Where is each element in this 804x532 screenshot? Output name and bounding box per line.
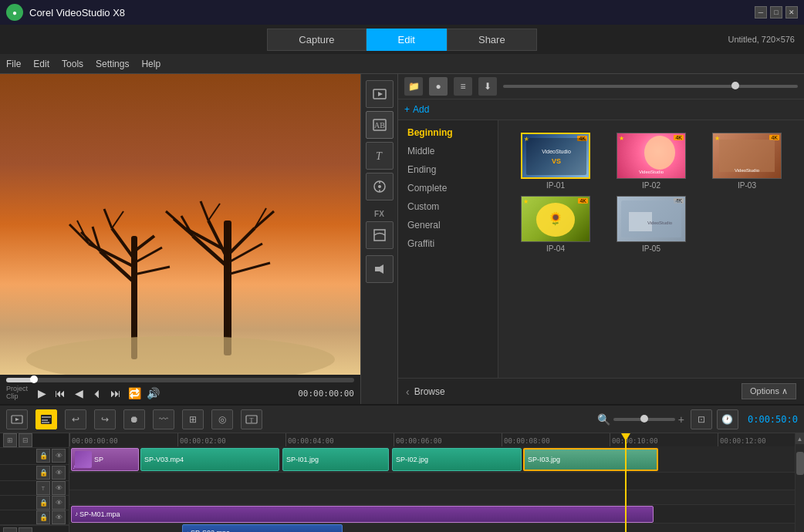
clip-sp[interactable]: SP [71,448,139,471]
fx-motion-btn[interactable] [366,173,394,200]
scroll-thumb-vertical[interactable] [796,452,804,475]
tl-title-btn[interactable]: T [241,409,262,429]
tl-redo-btn[interactable]: ↪ [94,409,116,429]
timeline-zoom: 🔍 + ⊡ 🕐 0:00:50:0 [597,409,798,429]
tl-video-btn[interactable] [6,409,28,429]
scroll-track-vertical[interactable] [796,444,804,532]
clip-sp-i02[interactable]: SP-I02.jpg [392,448,522,471]
cat-general[interactable]: General [398,216,498,234]
category-icon[interactable]: ● [429,77,448,96]
thumbnail-ip04[interactable]: ★ 4K 🌻 IP-04 [511,196,600,253]
tl-music-eye-icon[interactable]: 👁 [52,510,66,524]
menu-help[interactable]: Help [141,59,160,69]
menu-edit[interactable]: Edit [33,59,49,69]
thumb-img-ip03: ★ 4K VideoStudio [712,133,782,179]
volume-button[interactable]: 🔊 [145,387,160,399]
thumbnail-ip02[interactable]: ★ 4K VideoStudio IP-02 [606,133,696,190]
tab-edit[interactable]: Edit [367,29,447,51]
zoom-in-icon[interactable]: + [678,413,684,426]
repeat-button[interactable]: 🔁 [127,387,142,399]
menu-file[interactable]: File [6,59,21,69]
tl-voice-lock-icon[interactable]: 🔒 [36,496,50,510]
tl-overlay-lock-icon[interactable]: 🔒 [36,466,50,480]
browse-button[interactable]: Browse [414,386,445,397]
tl-arrow-down[interactable]: ▼ [19,527,32,532]
tl-extra-btn[interactable]: ◎ [211,409,233,429]
fx-text-btn[interactable]: T [366,142,394,170]
tl-eye-icon[interactable]: 👁 [52,449,66,463]
folder-icon[interactable]: 📁 [404,77,423,96]
tl-title-eye-icon[interactable]: 👁 [52,481,66,495]
clip-sp-i01[interactable]: SP-I01.jpg [282,448,389,471]
fx-record-btn[interactable] [366,255,394,283]
cat-beginning[interactable]: Beginning [398,123,498,142]
tl-timeline-btn[interactable] [35,409,57,429]
svg-text:VideoStudio: VideoStudio [735,168,760,173]
tab-share[interactable]: Share [447,29,537,51]
ruler-mark-0: 00:00:00:00 [69,433,177,446]
timeline-main: ⊞ ⊟ 🔒 👁 🔒 👁 T 👁 🔒 👁 🔒 👁 [0,433,804,532]
clip-sp-s02[interactable]: ♪SP-S02.mpa [182,524,343,532]
browse-prev-icon[interactable]: ‹ [406,386,410,398]
tl-title-icon[interactable]: T [36,481,50,495]
fx-title-btn[interactable]: AB [366,111,394,139]
cat-complete[interactable]: Complete [398,179,498,197]
clock-btn[interactable]: 🕐 [717,409,738,429]
tl-voice-eye-icon[interactable]: 👁 [52,496,66,510]
timeline-ruler: 00:00:00:00 00:00:02:00 00:00:04:00 00:0… [69,433,795,446]
svg-text:VS: VS [552,157,561,165]
tl-clip-btn[interactable]: ⊞ [182,409,204,429]
scroll-up-arrow[interactable]: ▲ [796,433,804,444]
cat-custom[interactable]: Custom [398,197,498,216]
tl-audio-btn[interactable]: 〰 [153,409,174,429]
close-button[interactable]: ✕ [785,6,798,19]
zoom-fit-btn[interactable]: ⊡ [691,409,712,429]
cat-middle[interactable]: Middle [398,142,498,160]
menu-tools[interactable]: Tools [62,59,83,69]
music-track: ♪SP-S02.mpa [69,524,795,532]
rewind-button[interactable]: ◀ [71,387,86,399]
tl-side-icon-1[interactable]: ⊞ [3,433,17,447]
tl-side-video: 🔒 👁 [0,448,69,465]
tl-overlay-eye-icon[interactable]: 👁 [52,466,66,480]
svg-line-25 [201,201,208,221]
clip-sp-i03[interactable]: SP-I03.jpg [523,448,658,471]
tl-side-icon-2[interactable]: ⊟ [19,433,32,447]
tl-record-btn[interactable]: ⏺ [123,409,145,429]
next-frame-button[interactable]: ⏭ [108,387,123,399]
add-button[interactable]: + Add [404,104,429,115]
clip-sp-v03[interactable]: SP-V03.mp4 [140,448,279,471]
maximize-button[interactable]: □ [770,6,782,19]
step-back-button[interactable]: ⏴ [90,387,105,399]
svg-rect-52 [42,416,51,418]
thumbnail-ip01[interactable]: ★ 4K VideoStudio VS IP-01 [511,133,600,190]
svg-line-19 [228,263,270,274]
fx-video-btn[interactable] [366,80,394,108]
zoom-slider[interactable] [613,418,675,421]
sort-icon[interactable]: ≡ [454,77,472,96]
tab-capture[interactable]: Capture [267,29,366,51]
thumbnail-ip05[interactable]: 4K VideoStudio IP-05 [606,196,696,253]
fx-effects-btn[interactable] [366,221,394,249]
timeline-area: ↩ ↪ ⏺ 〰 ⊞ ◎ T 🔍 + ⊡ 🕐 0:00:50:0 ⊞ ⊟ � [0,404,804,532]
tl-arrow-up[interactable]: ▲ [3,527,17,532]
thumbnail-ip03[interactable]: ★ 4K VideoStudio IP-03 [702,133,792,190]
size-slider[interactable] [503,85,798,88]
cat-ending[interactable]: Ending [398,160,498,179]
minimize-button[interactable]: ─ [755,6,767,19]
options-button[interactable]: Options ∧ [742,383,796,399]
menu-settings[interactable]: Settings [96,59,129,69]
zoom-out-icon[interactable]: 🔍 [597,413,610,426]
tl-lock-icon[interactable]: 🔒 [36,449,50,463]
tl-undo-btn[interactable]: ↩ [65,409,86,429]
prev-frame-button[interactable]: ⏮ [52,387,68,399]
tl-music-lock-icon[interactable]: 🔒 [36,510,50,524]
progress-bar[interactable] [6,378,354,382]
timeline-toolbar: ↩ ↪ ⏺ 〰 ⊞ ◎ T 🔍 + ⊡ 🕐 0:00:50:0 [0,406,804,433]
svg-line-12 [112,211,123,228]
download-icon[interactable]: ⬇ [478,77,497,96]
thumbnails-grid: ★ 4K VideoStudio VS IP-01 [505,126,798,259]
cat-graffiti[interactable]: Graffiti [398,234,498,253]
play-button[interactable]: ▶ [34,387,49,399]
clip-sp-m01[interactable]: ♪SP-M01.mpa [71,506,654,523]
